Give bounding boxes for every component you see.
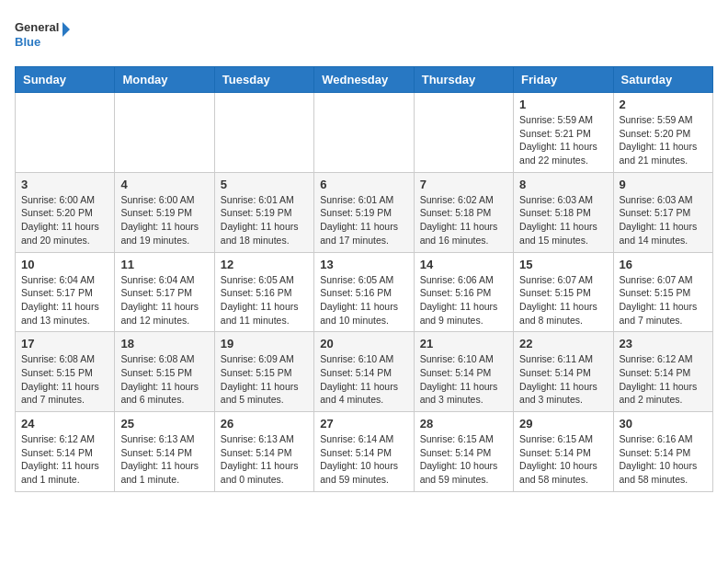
day-info: Sunrise: 6:13 AMSunset: 5:14 PMDaylight:…	[221, 432, 308, 487]
day-number: 22	[519, 337, 607, 350]
calendar-cell: 13Sunrise: 6:05 AMSunset: 5:16 PMDayligh…	[314, 252, 414, 332]
calendar-cell	[16, 93, 115, 173]
day-info: Sunrise: 6:12 AMSunset: 5:14 PMDaylight:…	[21, 432, 108, 487]
day-info: Sunrise: 5:59 AMSunset: 5:21 PMDaylight:…	[519, 113, 607, 167]
day-info: Sunrise: 6:14 AMSunset: 5:14 PMDaylight:…	[320, 432, 407, 487]
calendar-header-friday: Friday	[514, 67, 613, 93]
calendar-cell: 7Sunrise: 6:02 AMSunset: 5:18 PMDaylight…	[414, 172, 513, 252]
day-number: 23	[620, 337, 707, 350]
calendar-cell: 20Sunrise: 6:10 AMSunset: 5:14 PMDayligh…	[314, 332, 414, 412]
day-info: Sunrise: 6:05 AMSunset: 5:16 PMDaylight:…	[320, 273, 407, 327]
day-number: 16	[620, 258, 707, 271]
day-number: 14	[420, 258, 507, 271]
day-info: Sunrise: 6:02 AMSunset: 5:18 PMDaylight:…	[420, 193, 507, 247]
day-number: 10	[21, 258, 108, 271]
calendar-cell	[414, 93, 513, 173]
calendar-cell: 19Sunrise: 6:09 AMSunset: 5:15 PMDayligh…	[214, 332, 313, 412]
calendar-cell: 30Sunrise: 6:16 AMSunset: 5:14 PMDayligh…	[613, 412, 712, 492]
day-info: Sunrise: 6:06 AMSunset: 5:16 PMDaylight:…	[420, 273, 507, 327]
day-number: 26	[221, 417, 308, 431]
svg-marker-2	[63, 22, 70, 37]
day-info: Sunrise: 6:09 AMSunset: 5:15 PMDaylight:…	[221, 352, 308, 407]
logo-svg: General Blue	[15, 15, 70, 55]
calendar-cell	[314, 93, 414, 173]
day-info: Sunrise: 6:15 AMSunset: 5:14 PMDaylight:…	[519, 432, 607, 487]
day-info: Sunrise: 6:16 AMSunset: 5:14 PMDaylight:…	[620, 432, 707, 487]
calendar-cell: 18Sunrise: 6:08 AMSunset: 5:15 PMDayligh…	[115, 332, 214, 412]
day-number: 21	[420, 337, 507, 350]
calendar-cell: 16Sunrise: 6:07 AMSunset: 5:15 PMDayligh…	[613, 252, 712, 332]
calendar-cell: 6Sunrise: 6:01 AMSunset: 5:19 PMDaylight…	[314, 172, 414, 252]
calendar-cell: 15Sunrise: 6:07 AMSunset: 5:15 PMDayligh…	[514, 252, 613, 332]
day-number: 12	[221, 258, 308, 271]
calendar-cell: 14Sunrise: 6:06 AMSunset: 5:16 PMDayligh…	[414, 252, 513, 332]
calendar-header-thursday: Thursday	[414, 67, 513, 93]
calendar-cell	[214, 93, 313, 173]
day-number: 7	[420, 178, 507, 191]
calendar-cell: 17Sunrise: 6:08 AMSunset: 5:15 PMDayligh…	[16, 332, 115, 412]
calendar-week-row: 24Sunrise: 6:12 AMSunset: 5:14 PMDayligh…	[16, 412, 713, 492]
calendar-cell: 5Sunrise: 6:01 AMSunset: 5:19 PMDaylight…	[214, 172, 313, 252]
day-info: Sunrise: 6:08 AMSunset: 5:15 PMDaylight:…	[21, 352, 108, 407]
logo: General Blue	[15, 15, 70, 55]
calendar-cell: 27Sunrise: 6:14 AMSunset: 5:14 PMDayligh…	[314, 412, 414, 492]
day-info: Sunrise: 6:05 AMSunset: 5:16 PMDaylight:…	[221, 273, 308, 327]
calendar-cell: 21Sunrise: 6:10 AMSunset: 5:14 PMDayligh…	[414, 332, 513, 412]
day-info: Sunrise: 6:04 AMSunset: 5:17 PMDaylight:…	[21, 273, 108, 327]
day-info: Sunrise: 6:01 AMSunset: 5:19 PMDaylight:…	[320, 193, 407, 247]
calendar-header-wednesday: Wednesday	[314, 67, 414, 93]
calendar-cell	[115, 93, 214, 173]
svg-text:General: General	[15, 20, 59, 34]
day-number: 11	[120, 258, 208, 271]
day-number: 5	[221, 178, 308, 191]
day-info: Sunrise: 6:10 AMSunset: 5:14 PMDaylight:…	[320, 352, 407, 407]
calendar-cell: 11Sunrise: 6:04 AMSunset: 5:17 PMDayligh…	[115, 252, 214, 332]
day-info: Sunrise: 6:10 AMSunset: 5:14 PMDaylight:…	[420, 352, 507, 407]
day-number: 3	[21, 178, 108, 191]
day-info: Sunrise: 6:03 AMSunset: 5:17 PMDaylight:…	[620, 193, 707, 247]
day-info: Sunrise: 6:07 AMSunset: 5:15 PMDaylight:…	[620, 273, 707, 327]
calendar-header-monday: Monday	[115, 67, 214, 93]
calendar-cell: 12Sunrise: 6:05 AMSunset: 5:16 PMDayligh…	[214, 252, 313, 332]
day-info: Sunrise: 6:08 AMSunset: 5:15 PMDaylight:…	[120, 352, 208, 407]
day-number: 9	[620, 178, 707, 191]
calendar-cell: 2Sunrise: 5:59 AMSunset: 5:20 PMDaylight…	[613, 93, 712, 173]
calendar-cell: 4Sunrise: 6:00 AMSunset: 5:19 PMDaylight…	[115, 172, 214, 252]
day-number: 28	[420, 417, 507, 431]
day-number: 1	[519, 98, 607, 111]
calendar-cell: 28Sunrise: 6:15 AMSunset: 5:14 PMDayligh…	[414, 412, 513, 492]
day-number: 2	[620, 98, 707, 111]
day-number: 19	[221, 337, 308, 350]
calendar-cell: 9Sunrise: 6:03 AMSunset: 5:17 PMDaylight…	[613, 172, 712, 252]
day-number: 29	[519, 417, 607, 431]
day-info: Sunrise: 6:07 AMSunset: 5:15 PMDaylight:…	[519, 273, 607, 327]
calendar-header-sunday: Sunday	[16, 67, 115, 93]
calendar-cell: 10Sunrise: 6:04 AMSunset: 5:17 PMDayligh…	[16, 252, 115, 332]
day-info: Sunrise: 6:03 AMSunset: 5:18 PMDaylight:…	[519, 193, 607, 247]
day-number: 15	[519, 258, 607, 271]
calendar-cell: 26Sunrise: 6:13 AMSunset: 5:14 PMDayligh…	[214, 412, 313, 492]
day-info: Sunrise: 6:00 AMSunset: 5:20 PMDaylight:…	[21, 193, 108, 247]
calendar-table: SundayMondayTuesdayWednesdayThursdayFrid…	[15, 66, 713, 492]
calendar-cell: 22Sunrise: 6:11 AMSunset: 5:14 PMDayligh…	[514, 332, 613, 412]
day-info: Sunrise: 6:04 AMSunset: 5:17 PMDaylight:…	[120, 273, 208, 327]
day-info: Sunrise: 6:00 AMSunset: 5:19 PMDaylight:…	[120, 193, 208, 247]
calendar-header-row: SundayMondayTuesdayWednesdayThursdayFrid…	[16, 67, 713, 93]
day-number: 24	[21, 417, 108, 431]
day-number: 6	[320, 178, 407, 191]
calendar-header-tuesday: Tuesday	[214, 67, 313, 93]
calendar-cell: 23Sunrise: 6:12 AMSunset: 5:14 PMDayligh…	[613, 332, 712, 412]
day-number: 4	[120, 178, 208, 191]
calendar-cell: 25Sunrise: 6:13 AMSunset: 5:14 PMDayligh…	[115, 412, 214, 492]
calendar-cell: 1Sunrise: 5:59 AMSunset: 5:21 PMDaylight…	[514, 93, 613, 173]
calendar-week-row: 10Sunrise: 6:04 AMSunset: 5:17 PMDayligh…	[16, 252, 713, 332]
calendar-cell: 3Sunrise: 6:00 AMSunset: 5:20 PMDaylight…	[16, 172, 115, 252]
day-info: Sunrise: 6:13 AMSunset: 5:14 PMDaylight:…	[120, 432, 208, 487]
day-info: Sunrise: 6:01 AMSunset: 5:19 PMDaylight:…	[221, 193, 308, 247]
calendar-header-saturday: Saturday	[613, 67, 712, 93]
calendar-cell: 24Sunrise: 6:12 AMSunset: 5:14 PMDayligh…	[16, 412, 115, 492]
day-number: 18	[120, 337, 208, 350]
svg-text:Blue: Blue	[15, 35, 40, 49]
calendar-week-row: 1Sunrise: 5:59 AMSunset: 5:21 PMDaylight…	[16, 93, 713, 173]
calendar-cell: 8Sunrise: 6:03 AMSunset: 5:18 PMDaylight…	[514, 172, 613, 252]
